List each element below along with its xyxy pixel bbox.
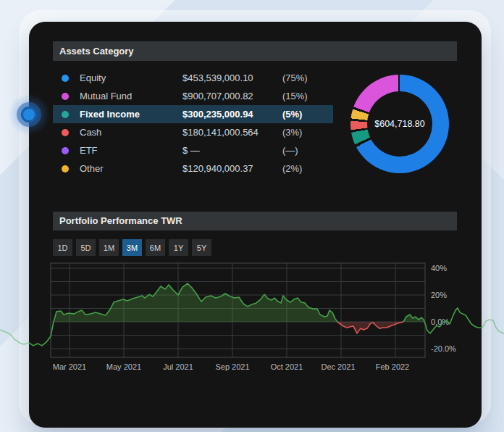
asset-label: Other [80,163,182,174]
asset-label: Equity [80,72,182,83]
asset-value: $453,539,000.10 [182,72,282,83]
category-color-dot [62,147,69,154]
asset-percent: (15%) [282,91,308,101]
asset-value: $900,707,000.82 [182,91,282,101]
dashboard-card: Assets Category Equity$453,539,000.10(75… [29,22,482,428]
portfolio-performance-header: Portfolio Performance TWR [53,212,457,230]
range-button-5d[interactable]: 5D [76,239,96,256]
asset-label: Fixed Income [80,109,182,120]
portfolio-performance-title: Portfolio Performance TWR [59,215,182,226]
donut-center-value: $604,718.80 [350,75,449,173]
category-color-dot [62,111,69,118]
asset-row-other[interactable]: Other$120,940,000.37(2%) [53,159,333,178]
asset-label: Cash [80,127,182,138]
asset-row-cash[interactable]: Cash$180,141,000.564(3%) [53,123,333,141]
asset-value: $180,141,000.564 [182,127,282,138]
range-button-5y[interactable]: 5Y [192,239,211,256]
asset-percent: (3%) [282,127,302,138]
asset-value: $300,235,000.94 [182,109,282,120]
asset-label: Mutual Fund [80,91,182,101]
range-button-3m[interactable]: 3M [122,239,142,256]
category-color-dot [62,165,69,173]
asset-value: $ — [182,145,282,156]
range-button-6m[interactable]: 6M [146,239,165,256]
page-background: Assets Category Equity$453,539,000.10(75… [0,0,504,432]
range-button-1y[interactable]: 1Y [169,239,188,256]
asset-value: $120,940,000.37 [182,163,282,174]
category-color-dot [62,75,69,82]
category-color-dot [62,129,69,136]
asset-percent: (2%) [282,163,302,174]
asset-percent: (—) [282,145,298,156]
assets-donut-chart: $604,718.80 [350,75,449,173]
asset-row-mutual-fund[interactable]: Mutual Fund$900,707,000.82(15%) [53,87,333,105]
asset-row-equity[interactable]: Equity$453,539,000.10(75%) [53,69,333,87]
asset-row-etf[interactable]: ETF$ —(—) [53,141,333,159]
glow-core-dot [21,107,37,122]
range-button-1d[interactable]: 1D [53,239,72,256]
category-color-dot [62,93,69,100]
time-range-buttons: 1D5D1M3M6M1Y5Y [53,239,211,256]
range-button-1m[interactable]: 1M [99,239,119,256]
assets-table: Equity$453,539,000.10(75%)Mutual Fund$90… [53,69,333,178]
asset-row-fixed-income[interactable]: Fixed Income$300,235,000.94(5%) [53,105,333,123]
assets-category-title: Assets Category [59,46,134,57]
asset-percent: (75%) [282,72,308,83]
asset-percent: (5%) [282,109,302,120]
asset-label: ETF [80,145,182,156]
assets-category-header: Assets Category [53,41,457,61]
